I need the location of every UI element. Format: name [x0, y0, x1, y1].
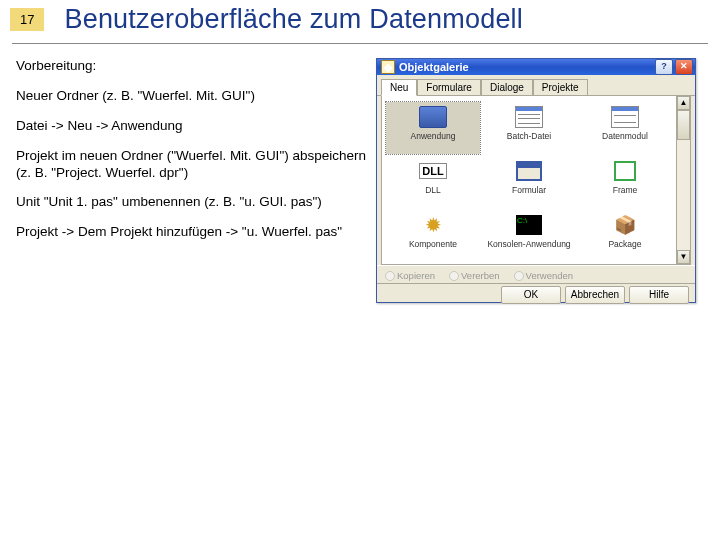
dialog-titlebar[interactable]: ◆ Objektgalerie ? ✕	[377, 59, 695, 75]
step-5: Projekt -> Dem Projekt hinzufügen -> "u.…	[16, 224, 366, 241]
gallery-item-komponente[interactable]: ✹ Komponente	[386, 210, 480, 262]
gallery-item-frame[interactable]: Frame	[578, 156, 672, 208]
application-icon	[418, 104, 448, 130]
steps-heading: Vorbereitung:	[16, 58, 366, 75]
tab-projekte[interactable]: Projekte	[533, 79, 588, 95]
gallery-item-konsole[interactable]: C:\ Konsolen-Anwendung	[482, 210, 576, 262]
scroll-down-button[interactable]: ▼	[677, 250, 690, 264]
gallery-item-anwendung[interactable]: Anwendung	[386, 102, 480, 154]
cancel-button[interactable]: Abbrechen	[565, 286, 625, 304]
slide-title: Benutzeroberfläche zum Datenmodell	[64, 4, 523, 35]
package-icon: 📦	[610, 212, 640, 238]
gallery-item-datenmodul[interactable]: Datenmodul	[578, 102, 672, 154]
step-2: Datei -> Neu -> Anwendung	[16, 118, 366, 135]
data-module-icon	[610, 104, 640, 130]
app-icon: ◆	[381, 60, 395, 74]
tab-dialoge[interactable]: Dialoge	[481, 79, 533, 95]
gallery-scrollbar[interactable]: ▲ ▼	[676, 96, 690, 264]
tab-neu[interactable]: Neu	[381, 79, 417, 96]
help-titlebar-button[interactable]: ?	[655, 59, 673, 75]
console-icon: C:\	[514, 212, 544, 238]
dialog-title: Objektgalerie	[399, 61, 469, 73]
step-1: Neuer Ordner (z. B. "Wuerfel. Mit. GUI")	[16, 88, 366, 105]
object-gallery-dialog: ◆ Objektgalerie ? ✕ Neu Formulare Dialog…	[376, 58, 696, 303]
steps-column: Vorbereitung: Neuer Ordner (z. B. "Wuerf…	[16, 58, 366, 303]
divider	[12, 43, 708, 44]
slide-header: 17 Benutzeroberfläche zum Datenmodell	[0, 0, 720, 43]
dll-icon: DLL	[418, 158, 448, 184]
gallery-item-package[interactable]: 📦 Package	[578, 210, 672, 262]
batch-file-icon	[514, 104, 544, 130]
gallery-item-dll[interactable]: DLL DLL	[386, 156, 480, 208]
slide-number-badge: 17	[10, 8, 44, 31]
help-button[interactable]: Hilfe	[629, 286, 689, 304]
frame-icon	[610, 158, 640, 184]
gallery-area: Anwendung Batch-Datei Datenmodul DLL DLL…	[381, 96, 691, 265]
close-titlebar-button[interactable]: ✕	[675, 59, 693, 75]
gallery-grid: Anwendung Batch-Datei Datenmodul DLL DLL…	[382, 96, 676, 264]
dialog-button-row: OK Abbrechen Hilfe	[377, 283, 695, 310]
radio-kopieren[interactable]: Kopieren	[385, 270, 435, 281]
radio-row: Kopieren Vererben Verwenden	[377, 265, 695, 283]
component-icon: ✹	[418, 212, 448, 238]
gallery-item-formular[interactable]: Formular	[482, 156, 576, 208]
tab-formulare[interactable]: Formulare	[417, 79, 481, 95]
dialog-tabs: Neu Formulare Dialoge Projekte	[377, 75, 695, 96]
scroll-track[interactable]	[677, 140, 690, 250]
radio-vererben[interactable]: Vererben	[449, 270, 500, 281]
ok-button[interactable]: OK	[501, 286, 561, 304]
step-4: Unit "Unit 1. pas" umbenennen (z. B. "u.…	[16, 194, 366, 211]
gallery-item-batch[interactable]: Batch-Datei	[482, 102, 576, 154]
content-area: Vorbereitung: Neuer Ordner (z. B. "Wuerf…	[0, 52, 720, 303]
radio-verwenden[interactable]: Verwenden	[514, 270, 574, 281]
scroll-up-button[interactable]: ▲	[677, 96, 690, 110]
scroll-thumb[interactable]	[677, 110, 690, 140]
step-3: Projekt im neuen Ordner ("Wuerfel. Mit. …	[16, 148, 366, 182]
form-icon	[514, 158, 544, 184]
